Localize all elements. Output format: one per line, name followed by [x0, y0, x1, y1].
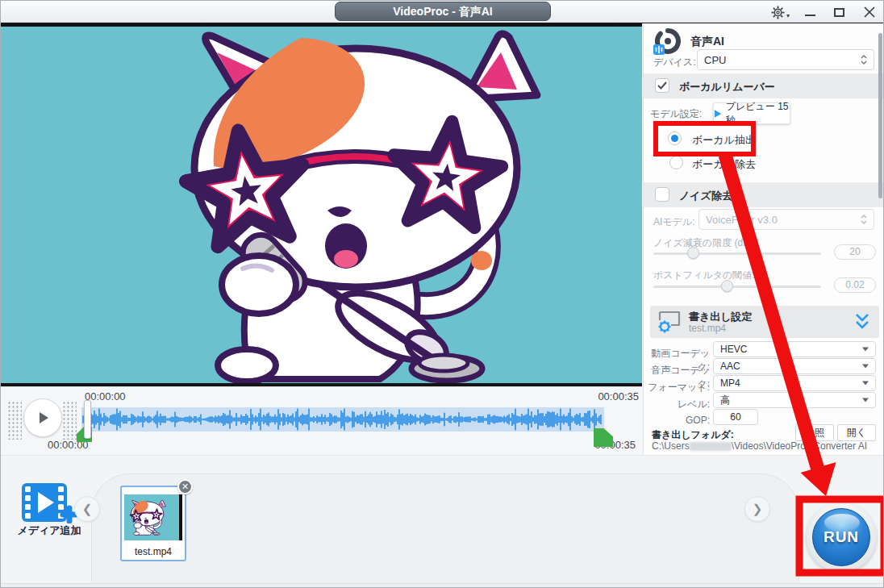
thumbnail-filename: test.mp4 [122, 546, 185, 557]
preview-button[interactable]: プレビュー 15秒 [713, 102, 790, 124]
export-settings-icon [657, 311, 682, 333]
export-settings-header[interactable]: 書き出し設定 test.mp4 [650, 306, 879, 338]
maximize-button[interactable] [828, 3, 849, 21]
noise-limit-label: ノイズ減衰の限度 (dB): [653, 236, 755, 250]
video-preview [1, 23, 642, 386]
post-filter-slider-thumb[interactable] [721, 280, 733, 292]
run-button-ball: RUN [812, 508, 870, 566]
dropdown-arrow-icon [862, 398, 869, 402]
settings-gear-button[interactable]: ▾ [767, 3, 788, 21]
format-label: フォーマット: [645, 381, 710, 394]
media-thumbnail-image [124, 494, 182, 540]
media-thumbnail-card[interactable]: test.mp4 ✕ [120, 486, 186, 561]
path-prefix: C:\Users [652, 440, 690, 452]
dropdown-arrow-icon [862, 348, 869, 352]
noise-limit-value: 20 [834, 244, 876, 260]
video-codec-value: HEVC [720, 344, 747, 355]
vocal-remover-label: ボーカルリムーバー [679, 80, 775, 94]
format-value: MP4 [720, 377, 740, 389]
timestamp-end-top: 00:00:35 [598, 390, 639, 402]
minimize-icon [805, 15, 815, 16]
media-tray: メディア追加 ❮ ❯ test.mp4 ✕ RUN [1, 455, 884, 588]
ai-model-label: AIモデル: [653, 215, 695, 229]
preview-play-icon [714, 109, 722, 119]
vocal-remove-label: ボーカル除去 [692, 157, 756, 172]
audio-ai-icon [652, 28, 684, 57]
level-select[interactable]: 高 [713, 392, 876, 408]
device-label: デバイス: [653, 56, 695, 69]
noise-removal-label: ノイズ除去 [679, 189, 732, 203]
titlebar[interactable]: VideoProc - 音声AI ▾ [1, 1, 884, 23]
video-frame [1, 27, 642, 383]
path-suffix: \Videos\VideoProc Converter AI [732, 440, 867, 452]
model-setting-row: モデル設定: プレビュー 15秒 [650, 106, 879, 128]
level-value: 高 [720, 394, 730, 407]
device-value: CPU [704, 54, 726, 66]
add-media-button[interactable] [19, 482, 80, 527]
close-button[interactable] [859, 3, 880, 21]
timeline-bar: 00:00:00 00:00:35 00:00:00 00:00:35 [1, 386, 642, 455]
vocal-remove-radio[interactable] [669, 156, 683, 169]
sidebar-scrollbar[interactable] [878, 33, 882, 198]
radio-selected-dot [671, 135, 678, 142]
noise-limit-slider[interactable] [653, 252, 821, 255]
expand-chevrons-icon[interactable] [855, 313, 869, 331]
cat-illustration [1, 27, 642, 383]
model-setting-label: モデル設定: [650, 108, 702, 119]
vocal-extract-label: ボーカル抽出 [692, 133, 756, 148]
export-file-name: test.mp4 [689, 323, 726, 334]
gop-input[interactable]: 60 [713, 409, 758, 425]
vocal-extract-radio[interactable] [668, 131, 682, 145]
audio-codec-select[interactable]: AAC [713, 358, 876, 374]
playhead-marker[interactable] [84, 400, 91, 439]
grip-handle-right[interactable] [62, 401, 77, 440]
add-media-label: メディア追加 [6, 523, 93, 538]
run-button[interactable]: RUN [807, 503, 876, 572]
add-media-icon [19, 482, 80, 523]
ai-model-select[interactable]: VoiceFilter v3.0 [698, 209, 874, 230]
gear-dropdown-caret: ▾ [786, 12, 790, 19]
gop-value: 60 [730, 411, 740, 423]
open-button[interactable]: 開く [837, 424, 876, 441]
grip-handle-left[interactable] [7, 401, 22, 440]
ai-model-value: VoiceFilter v3.0 [706, 214, 778, 226]
level-label: レベル: [645, 398, 710, 411]
minimize-button[interactable] [799, 3, 820, 21]
vocal-remover-checkbox[interactable] [655, 78, 669, 93]
spinner-icon [860, 54, 868, 65]
output-folder-path: C:\Users\Videos\VideoProc Converter AI [652, 440, 867, 452]
format-select[interactable]: MP4 [713, 375, 876, 391]
scroll-left-button[interactable]: ❮ [74, 496, 100, 522]
audio-ai-panel: 音声AI デバイス: CPU ボーカルリムーバー モデル設定: プ [643, 23, 884, 455]
window-title: VideoProc - 音声AI [335, 2, 551, 21]
close-icon [864, 6, 875, 18]
window-bottom-edge [1, 583, 884, 588]
play-button[interactable] [23, 398, 62, 437]
panel-title: 音声AI [690, 35, 724, 49]
noise-removal-checkbox[interactable] [655, 187, 669, 202]
check-icon [657, 81, 667, 90]
thumbnail-letterbox [179, 494, 182, 540]
browse-button[interactable]: 参照 [795, 424, 834, 441]
maximize-icon [834, 8, 844, 17]
audio-codec-value: AAC [720, 361, 740, 372]
post-filter-value: 0.02 [834, 277, 876, 293]
post-filter-slider[interactable] [653, 286, 821, 288]
audio-waveform [81, 407, 604, 432]
play-icon [35, 411, 50, 425]
trim-handle-end[interactable] [594, 428, 613, 447]
dropdown-arrow-icon [862, 365, 869, 369]
noise-limit-slider-thumb[interactable] [687, 247, 699, 259]
device-select[interactable]: CPU [697, 49, 874, 70]
remove-media-button[interactable]: ✕ [177, 479, 193, 494]
waveform-track[interactable] [81, 407, 604, 432]
gop-label: GOP: [645, 415, 710, 426]
redacted-username [690, 442, 732, 451]
post-filter-label: ポストフィルタの閾値: [653, 269, 755, 282]
thumbnail-cat-image [124, 494, 182, 540]
preview-button-label: プレビュー 15秒 [726, 100, 790, 127]
video-codec-select[interactable]: HEVC [713, 341, 876, 357]
scroll-right-button[interactable]: ❯ [744, 496, 770, 522]
videoproc-window: VideoProc - 音声AI ▾ [0, 0, 884, 588]
run-button-shine [824, 514, 860, 532]
